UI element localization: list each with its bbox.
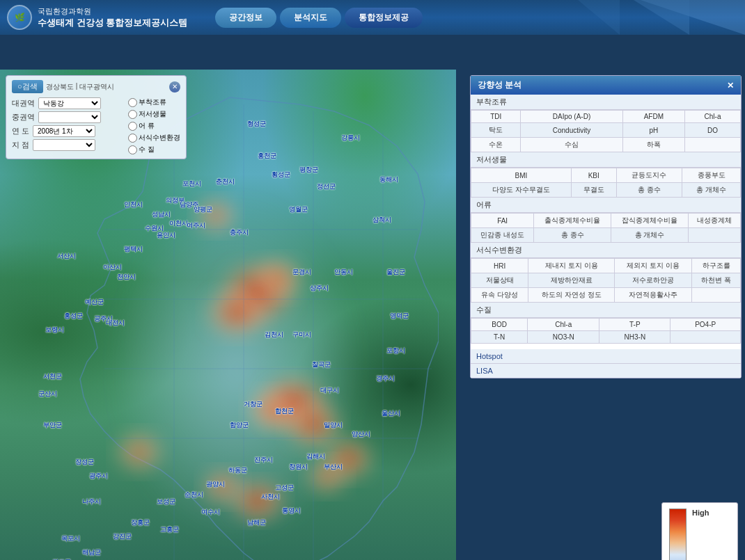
year-select[interactable]: 2008년 1차	[33, 125, 95, 137]
section-algae: 부착조류	[471, 95, 741, 110]
table-row-fish-1[interactable]: FAI출식종계체수비율잡식종계체수비율내성종계체	[471, 214, 741, 228]
radio-algae[interactable]: 부착조류	[128, 97, 180, 107]
table-row-benthos-1[interactable]: BMIKBI균등도지수종풍부도	[471, 168, 741, 183]
breadcrumb-city: 대구광역시	[79, 82, 114, 92]
system-title: 수생태계 건강성 통합정보제공시스템	[38, 17, 187, 29]
search-header: ○검색 경상북도 | 대구광역시 ✕	[12, 80, 180, 93]
radio-group: 부착조류 저서생물 어 류 서식수변환경 수 질	[128, 97, 180, 154]
table-row-algae-2[interactable]: 탁도ConductivitypHDO	[471, 123, 741, 138]
year-label: 연 도	[12, 126, 29, 136]
analysis-title: 강향성 분석	[478, 79, 522, 91]
svg-point-12	[191, 195, 240, 237]
svg-point-10	[198, 466, 247, 508]
search-panel: ○검색 경상북도 | 대구광역시 ✕ 대권역 낙동강 중권역	[6, 75, 187, 159]
mid-region-select[interactable]	[38, 111, 101, 123]
analysis-panel: 강향성 분석 ✕ 부착조류 TDIDAIpo (A-D)AFDMChl-a 탁도…	[470, 75, 742, 378]
table-algae: TDIDAIpo (A-D)AFDMChl-a 탁도ConductivitypH…	[471, 110, 741, 152]
breadcrumb-province: 경상북도	[46, 82, 74, 92]
radio-benthos[interactable]: 저서생물	[128, 109, 180, 119]
breadcrumb: 경상북도 | 대구광역시	[46, 82, 115, 92]
mid-region-row: 중권역	[12, 111, 123, 123]
point-label: 지 점	[12, 140, 29, 150]
hotspot-item[interactable]: Hotspot	[471, 349, 741, 364]
table-row-fish-2[interactable]: 민감종 내성도총 종수총 개체수	[471, 228, 741, 243]
logo-area: 🌿 국립환경과학원 수생태계 건강성 통합정보제공시스템	[7, 5, 187, 30]
table-row-algae-3[interactable]: 수온수심하폭	[471, 138, 741, 152]
institute-name: 국립환경과학원	[38, 6, 187, 17]
table-row-benthos-2[interactable]: 다양도 자수무결도무결도총 종수총 개체수	[471, 183, 741, 198]
year-row: 연 도 2008년 1차	[12, 125, 123, 137]
legend-high: High	[692, 509, 709, 517]
nav-btn-analysis[interactable]: 분석지도	[280, 8, 341, 28]
table-row-algae-1[interactable]: TDIDAIpo (A-D)AFDMChl-a	[471, 111, 741, 123]
analysis-content: 부착조류 TDIDAIpo (A-D)AFDMChl-a 탁도Conductiv…	[471, 95, 741, 378]
section-fish: 어류	[471, 198, 741, 213]
logo-icon: 🌿	[7, 5, 32, 30]
table-benthos: BMIKBI균등도지수종풍부도 다양도 자수무결도무결도총 종수총 개체수	[471, 168, 741, 198]
table-fish: FAI출식종계체수비율잡식종계체수비율내성종계체 민감종 내성도총 종수총 개체…	[471, 213, 741, 243]
main-content: ＋ ⊞ ↺ 📊 🖨 💾	[0, 70, 745, 560]
table-habitat: HRI제내지 토지 이용제외지 토지 이용하구조를 저물상태제방하안재료저수로하…	[471, 258, 741, 303]
table-row-habitat-1[interactable]: HRI제내지 토지 이용제외지 토지 이용하구조를	[471, 259, 741, 273]
panel-close-btn[interactable]: ✕	[727, 81, 734, 90]
legend-box: High Low	[661, 502, 738, 560]
point-row: 지 점	[12, 139, 123, 151]
legend-gradient	[669, 509, 687, 560]
nav-btn-spatial[interactable]: 공간정보	[215, 8, 276, 28]
legend-labels: High Low	[692, 509, 709, 560]
radio-habitat[interactable]: 서식수변환경	[128, 133, 180, 143]
table-row-water-1[interactable]: BODChl-aT-PPO4-P	[471, 319, 741, 331]
radio-fish[interactable]: 어 류	[128, 121, 180, 131]
section-benthos: 저서생물	[471, 152, 741, 168]
lisa-item[interactable]: LISA	[471, 364, 741, 378]
svg-point-3	[251, 254, 306, 303]
section-habitat: 서식수변환경	[471, 243, 741, 258]
table-row-habitat-3[interactable]: 유속 다양성하도의 자연성 정도자연적응활사주	[471, 288, 741, 303]
point-select[interactable]	[33, 139, 95, 151]
search-button[interactable]: ○검색	[12, 80, 43, 93]
svg-point-8	[303, 456, 352, 497]
nav-buttons: 공간정보 분석지도 통합정보제공	[215, 8, 423, 28]
nav-btn-integrated[interactable]: 통합정보제공	[345, 8, 423, 28]
region-row: 대권역 낙동강	[12, 97, 123, 109]
table-water: BODChl-aT-PPO4-P T-NNO3-NNH3-N	[471, 318, 741, 344]
svg-point-11	[111, 428, 167, 477]
radio-water[interactable]: 수 질	[128, 145, 180, 154]
region-select[interactable]: 낙동강	[38, 97, 101, 109]
header: 🌿 국립환경과학원 수생태계 건강성 통합정보제공시스템 공간정보 분석지도 통…	[0, 0, 745, 35]
table-row-water-2[interactable]: T-NNO3-NNH3-N	[471, 331, 741, 344]
table-row-habitat-2[interactable]: 저물상태제방하안재료저수로하안공하천변 폭	[471, 273, 741, 288]
mid-region-label: 중권역	[12, 112, 35, 122]
analysis-header: 강향성 분석 ✕	[471, 76, 741, 95]
close-search-btn[interactable]: ✕	[169, 81, 180, 93]
section-water: 수질	[471, 303, 741, 318]
region-label: 대권역	[12, 98, 35, 109]
korea-map-svg	[35, 90, 439, 560]
svg-point-6	[244, 386, 299, 435]
